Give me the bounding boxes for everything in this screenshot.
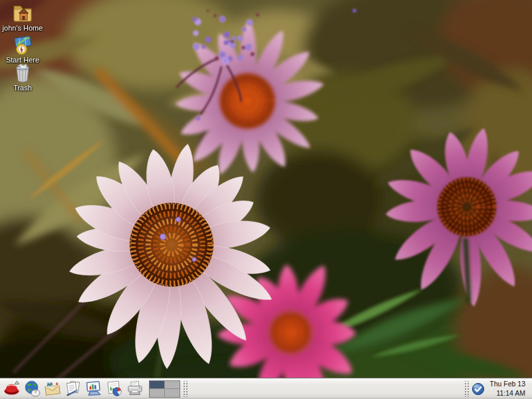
print-manager-launcher[interactable] xyxy=(126,379,146,399)
workspace-4[interactable] xyxy=(165,389,180,397)
update-notifier-button[interactable] xyxy=(471,382,485,396)
applet-drag-handle[interactable] xyxy=(464,381,469,397)
workspace-2[interactable] xyxy=(165,381,180,389)
desktop-icon-start-here[interactable]: Start Here xyxy=(0,35,45,64)
desktop-icon-trash[interactable]: Trash xyxy=(0,63,45,92)
pie-chart-sheet-icon xyxy=(106,380,124,398)
globe-mouse-icon xyxy=(23,380,42,398)
red-hat-icon xyxy=(3,380,21,398)
workspace-switcher[interactable] xyxy=(149,380,180,398)
clock-applet[interactable]: Thu Feb 13 11:14 AM xyxy=(489,380,525,397)
clock-time: 11:14 AM xyxy=(489,389,525,398)
email-launcher[interactable] xyxy=(43,379,63,399)
word-processor-launcher[interactable] xyxy=(64,379,84,399)
spreadsheet-launcher[interactable] xyxy=(105,379,125,399)
bottom-panel: Thu Feb 13 11:14 AM xyxy=(0,378,532,399)
wallpaper-photo xyxy=(0,0,532,399)
update-check-icon xyxy=(471,382,485,396)
applet-drag-handle[interactable] xyxy=(182,381,188,397)
workspace-3[interactable] xyxy=(150,389,164,397)
home-folder-icon xyxy=(11,1,34,23)
desktop-screen: john's Home Start Here xyxy=(0,0,532,399)
bar-chart-screen-icon xyxy=(85,380,104,398)
trash-can-icon xyxy=(11,63,34,83)
presentation-launcher[interactable] xyxy=(84,379,104,399)
main-menu-button[interactable] xyxy=(2,379,22,399)
workspace-1[interactable] xyxy=(150,381,164,389)
web-browser-launcher[interactable] xyxy=(23,379,43,399)
start-here-compass-icon xyxy=(11,35,34,55)
envelope-photo-icon xyxy=(44,380,63,398)
desktop-icon-label: john's Home xyxy=(3,24,43,32)
desktop-icon-label: Trash xyxy=(13,84,32,92)
printer-icon xyxy=(126,380,145,398)
clock-date: Thu Feb 13 xyxy=(489,380,525,388)
documents-pen-icon xyxy=(65,380,83,398)
desktop-icon-johns-home[interactable]: john's Home xyxy=(0,1,45,32)
